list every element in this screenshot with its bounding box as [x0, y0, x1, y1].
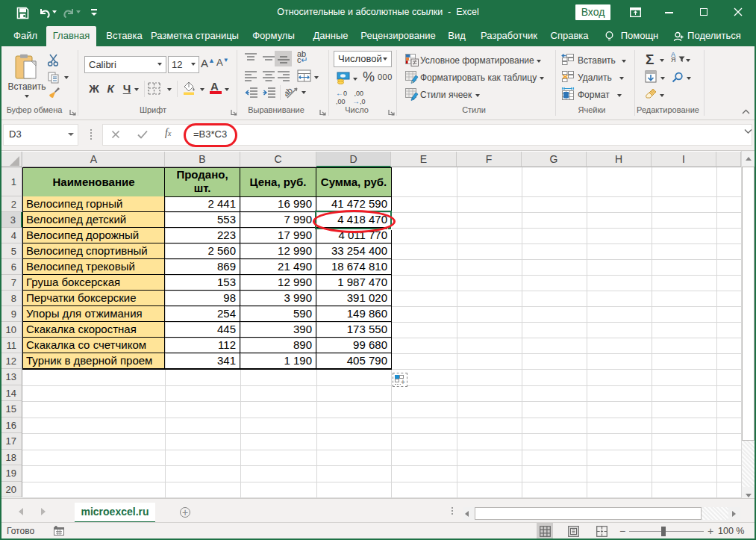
svg-text:ab: ab [285, 85, 294, 98]
